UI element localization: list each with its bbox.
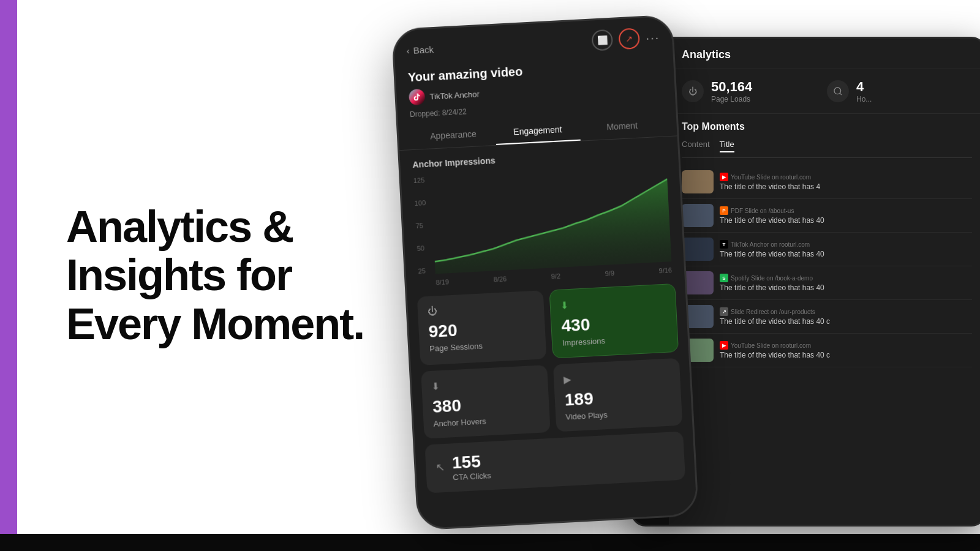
moment-info-5: ↗ Slide Redirect on /our-products The ti… (720, 307, 972, 326)
youtube-icon-1: ▶ (720, 173, 728, 181)
anchor-label: TikTok Anchor (429, 89, 480, 101)
monitor-icon: ⬜ (597, 35, 608, 45)
moment-info-1: ▶ YouTube Slide on rooturl.com The title… (720, 173, 972, 191)
moment-source-2: P PDF Slide on /about-us (720, 206, 972, 215)
moment-source-text-4: Spotify Slide on /book-a-demo (731, 275, 813, 282)
cta-clicks-number: 155 (451, 451, 491, 473)
tablet-header: Analytics (669, 39, 980, 69)
stat-anchor-hovers: ⬇ 380 Anchor Hovers (421, 365, 550, 439)
tablet-page-loads: ⏻ 50,164 Page Loads (682, 79, 827, 103)
moment-source-6: ▶ YouTube Slide on rooturl.com (720, 341, 972, 350)
power-circle-icon: ⏻ (682, 80, 704, 102)
y-label-50: 50 (417, 244, 428, 252)
moment-info-3: T TikTok Anchor on rooturl.com The title… (720, 240, 972, 258)
tab-moment[interactable]: Moment (579, 113, 665, 141)
top-moments-section: Top Moments Content Title ▶ (669, 114, 980, 375)
moment-item-4: S Spotify Slide on /book-a-demo The titl… (682, 266, 972, 300)
stat-page-sessions: ⏻ 920 Page Sessions (417, 290, 547, 365)
x-label-99: 9/9 (605, 269, 614, 277)
impressions-number: 430 (561, 311, 667, 336)
hero-text: Analytics & Insights for Every Moment. (17, 203, 372, 348)
chart-area (431, 163, 672, 274)
x-label-826: 8/26 (493, 275, 507, 283)
moment-item-6: ▶ YouTube Slide on rooturl.com The title… (682, 334, 972, 367)
chart-section: Anchor Impressions 125 100 75 50 25 (399, 136, 685, 294)
stat-cta-clicks: ↖ 155 CTA Clicks (424, 432, 685, 493)
share-icon: ↗ (625, 34, 633, 44)
page-sessions-number: 920 (428, 317, 535, 342)
main-content: Analytics & Insights for Every Moment. ‹… (17, 0, 980, 551)
tab-content[interactable]: Content (682, 140, 710, 152)
moment-item-3: T TikTok Anchor on rooturl.com The title… (682, 233, 972, 266)
stats-grid: ⏻ 920 Page Sessions ⬇ 430 Impressions ⬇ … (407, 283, 693, 439)
more-options-button[interactable]: ··· (646, 30, 660, 45)
moment-source-text-3: TikTok Anchor on rooturl.com (731, 241, 810, 248)
moment-item-5: ↗ Slide Redirect on /our-products The ti… (682, 300, 972, 334)
spotify-icon-4: S (720, 274, 728, 282)
moment-title-4: The title of the video that has 40 (720, 283, 972, 292)
moment-thumb-2 (682, 204, 714, 227)
chart-y-labels: 125 100 75 50 25 (413, 176, 430, 275)
page-loads-label: Page Loads (711, 95, 752, 103)
tiktok-icon-3: T (720, 240, 728, 249)
play-icon: ▶ (564, 369, 671, 386)
chart-container: 125 100 75 50 25 (413, 163, 673, 287)
hover-stat-label: Ho... (856, 95, 872, 103)
page-loads-number: 50,164 (711, 79, 752, 95)
top-moments-title: Top Moments (682, 121, 972, 132)
tab-appearance[interactable]: Appearance (410, 122, 496, 149)
tiktok-icon (409, 89, 425, 105)
moment-title-3: The title of the video that has 40 (720, 250, 972, 258)
moment-source-text-5: Slide Redirect on /our-products (731, 309, 815, 315)
moment-item-1: ▶ YouTube Slide on rooturl.com The title… (682, 165, 972, 199)
moments-tabs: Content Title (682, 140, 972, 158)
moment-source-text-2: PDF Slide on /about-us (731, 208, 794, 214)
tab-title[interactable]: Title (720, 140, 734, 152)
hero-heading: Analytics & Insights for Every Moment. (66, 203, 372, 348)
purple-bar (0, 0, 17, 551)
moment-info-2: P PDF Slide on /about-us The title of th… (720, 206, 972, 225)
analytics-title: Analytics (682, 48, 731, 61)
redirect-icon-5: ↗ (720, 307, 728, 316)
moment-source-5: ↗ Slide Redirect on /our-products (720, 307, 972, 316)
moment-info-6: ▶ YouTube Slide on rooturl.com The title… (720, 341, 972, 359)
moment-title-1: The title of the video that has 4 (720, 182, 972, 191)
tablet-hover-stat: 4 Ho... (827, 79, 972, 103)
y-label-25: 25 (418, 267, 429, 275)
cta-clicks-label: CTA Clicks (453, 471, 491, 482)
power-icon: ⏻ (428, 301, 535, 317)
phone-back-button[interactable]: ‹ Back (406, 44, 434, 56)
hover-stat-number: 4 (856, 79, 872, 95)
x-label-819: 8/19 (435, 278, 449, 286)
tablet-stats-row: ⏻ 50,164 Page Loads (669, 69, 980, 114)
svg-point-4 (834, 88, 841, 94)
moment-source-text-6: YouTube Slide on rooturl.com (731, 342, 811, 349)
moment-source-3: T TikTok Anchor on rooturl.com (720, 240, 972, 249)
moment-thumb-3 (682, 238, 714, 261)
stat-impressions: ⬇ 430 Impressions (549, 283, 679, 359)
phone-inner: ‹ Back ⬜ ↗ ··· Your amazi (393, 17, 697, 529)
stat-video-plays: ▶ 189 Video Plays (553, 358, 682, 432)
phone-actions: ⬜ ↗ ··· (592, 27, 660, 51)
y-label-100: 100 (414, 199, 426, 207)
mockup-area: ‹ Back ⬜ ↗ ··· Your amazi (355, 0, 980, 551)
moment-source-text-1: YouTube Slide on rooturl.com (731, 174, 811, 181)
search-circle-icon (827, 80, 849, 102)
monitor-button[interactable]: ⬜ (592, 29, 614, 51)
y-label-75: 75 (415, 222, 427, 230)
pdf-icon-2: P (720, 206, 728, 215)
x-label-92: 9/2 (551, 272, 560, 280)
moment-item-2: P PDF Slide on /about-us The title of th… (682, 199, 972, 233)
chevron-left-icon: ‹ (406, 45, 410, 56)
moment-title-2: The title of the video that has 40 (720, 216, 972, 225)
moment-source-4: S Spotify Slide on /book-a-demo (720, 274, 972, 282)
youtube-icon-6: ▶ (720, 341, 728, 350)
anchor-hovers-number: 380 (432, 392, 539, 417)
tab-engagement[interactable]: Engagement (495, 118, 581, 145)
anchor-icon: ⬇ (431, 375, 538, 392)
share-button[interactable]: ↗ (619, 28, 641, 50)
phone-device: ‹ Back ⬜ ↗ ··· Your amazi (391, 15, 699, 531)
moment-thumb-1 (682, 170, 714, 193)
download-icon: ⬇ (560, 294, 666, 312)
moment-title-5: The title of the video that has 40 c (720, 317, 972, 326)
